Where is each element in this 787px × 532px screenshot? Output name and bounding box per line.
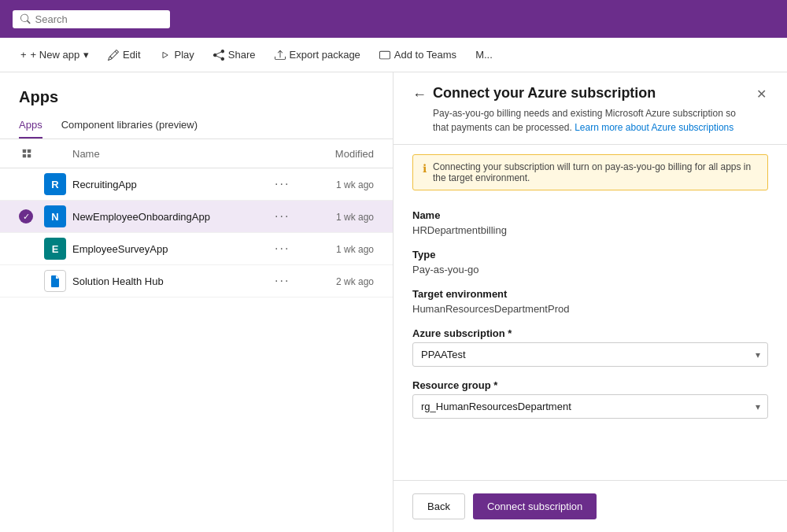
azure-sub-select-wrapper: PPAATest AzureSubscription1 ▾ (412, 342, 768, 367)
table-row[interactable]: ✓ N NewEmployeeOnboardingApp ··· 1 wk ag… (0, 201, 393, 233)
app-name-4: Solution Health Hub (72, 275, 164, 287)
close-button[interactable]: ✕ (755, 85, 768, 103)
add-to-teams-button[interactable]: Add to Teams (371, 45, 464, 65)
warning-icon: ℹ (423, 162, 427, 175)
panel-header: ← Connect your Azure subscription Pay-as… (394, 72, 787, 145)
header-check (19, 146, 44, 161)
header-modified: Modified (303, 148, 374, 160)
row-icon-2: N (44, 205, 72, 227)
field-type: Type Pay-as-you-go (412, 249, 768, 275)
top-bar (0, 0, 787, 38)
share-label: Share (228, 49, 256, 61)
svg-rect-0 (23, 150, 26, 153)
field-target-env: Target environment HumanResourcesDepartm… (412, 288, 768, 315)
learn-more-link[interactable]: Learn more about Azure subscriptions (575, 122, 733, 133)
type-label: Type (412, 249, 768, 260)
edit-button[interactable]: Edit (100, 45, 148, 65)
panel-subtitle: Pay-as-you-go billing needs and existing… (433, 106, 748, 135)
play-label: Play (175, 49, 194, 61)
name-value: HRDepartmentbilling (412, 224, 768, 236)
resource-group-select-wrapper: rg_HumanResourcesDepartment rg_Default ▾ (412, 394, 768, 419)
modified-4: 2 wk ago (336, 276, 374, 287)
app-icon-survey: E (44, 238, 66, 260)
tab-apps[interactable]: Apps (19, 113, 42, 139)
target-env-label: Target environment (412, 288, 768, 300)
play-button[interactable]: Play (152, 45, 202, 65)
panel-header-content: Connect your Azure subscription Pay-as-y… (433, 85, 748, 135)
modified-3: 1 wk ago (336, 244, 374, 255)
warning-banner: ℹ Connecting your subscription will turn… (412, 154, 768, 190)
edit-label: Edit (123, 49, 140, 61)
main-layout: Apps Apps Component libraries (preview) (0, 72, 787, 532)
name-label: Name (412, 209, 768, 221)
new-app-button[interactable]: + + New app ▾ (13, 45, 97, 65)
plus-icon: + (20, 49, 27, 61)
table-row[interactable]: E EmployeeSurveyApp ··· 1 wk ago (0, 233, 393, 265)
share-icon (213, 50, 224, 61)
search-input[interactable] (35, 13, 162, 25)
left-panel: Apps Apps Component libraries (preview) (0, 72, 394, 532)
azure-sub-label: Azure subscription * (412, 327, 768, 339)
more-dots-2[interactable]: ··· (272, 208, 293, 224)
more-button[interactable]: M... (467, 45, 501, 65)
table-row[interactable]: R RecruitingApp ··· 1 wk ago (0, 168, 393, 201)
row-icon-1: R (44, 173, 72, 195)
header-name: Name (72, 148, 272, 160)
field-azure-sub: Azure subscription * PPAATest AzureSubsc… (412, 327, 768, 367)
back-arrow-icon[interactable]: ← (412, 87, 427, 103)
panel-body: Name HRDepartmentbilling Type Pay-as-you… (394, 200, 787, 441)
azure-sub-select[interactable]: PPAATest AzureSubscription1 (412, 342, 768, 367)
tabs-bar: Apps Component libraries (preview) (0, 113, 393, 139)
more-dots-3[interactable]: ··· (272, 240, 293, 257)
resource-group-label: Resource group * (412, 379, 768, 391)
page-title: Apps (0, 72, 393, 113)
svg-rect-2 (23, 154, 26, 157)
field-resource-group: Resource group * rg_HumanResourcesDepart… (412, 379, 768, 419)
target-env-value: HumanResourcesDepartmentProd (412, 303, 768, 315)
more-dots-1[interactable]: ··· (272, 175, 293, 192)
dropdown-arrow: ▾ (83, 49, 89, 61)
modified-1: 1 wk ago (336, 179, 374, 190)
more-label: M... (475, 49, 493, 61)
panel-footer: Back Connect subscription (394, 480, 787, 532)
row-check-2: ✓ (19, 209, 44, 224)
row-icon-3: E (44, 238, 72, 260)
row-icon-4 (44, 270, 72, 292)
svg-rect-1 (28, 150, 31, 153)
share-button[interactable]: Share (205, 45, 264, 65)
back-button[interactable]: Back (412, 493, 465, 519)
new-app-label: + New app (31, 49, 80, 61)
more-dots-4[interactable]: ··· (272, 272, 293, 289)
search-box[interactable] (13, 10, 170, 28)
field-name: Name HRDepartmentbilling (412, 209, 768, 236)
panel-title: Connect your Azure subscription (433, 85, 748, 102)
edit-icon (108, 50, 119, 61)
teams-icon (379, 50, 390, 61)
side-panel: ← Connect your Azure subscription Pay-as… (394, 72, 787, 532)
modified-2: 1 wk ago (336, 212, 374, 223)
app-name-3: EmployeeSurveyApp (72, 243, 168, 255)
search-icon (20, 13, 31, 24)
app-name-1: RecruitingApp (72, 179, 137, 190)
app-icon-recruiting: R (44, 173, 66, 195)
warning-text: Connecting your subscription will turn o… (433, 161, 758, 183)
action-bar: + + New app ▾ Edit Play Share Export pac… (0, 38, 787, 72)
resource-group-select[interactable]: rg_HumanResourcesDepartment rg_Default (412, 394, 768, 419)
app-name-2: NewEmployeeOnboardingApp (72, 211, 210, 223)
tab-component-libraries[interactable]: Component libraries (preview) (61, 113, 198, 139)
play-icon (160, 50, 171, 61)
connect-subscription-button[interactable]: Connect subscription (473, 493, 597, 519)
export-icon (275, 50, 286, 61)
export-package-button[interactable]: Export package (267, 45, 368, 65)
check-circle-2: ✓ (19, 209, 33, 224)
table-header: Name Modified (0, 139, 393, 168)
app-icon-onboarding: N (44, 205, 66, 227)
apps-table: Name Modified R RecruitingApp ··· 1 wk a… (0, 139, 393, 532)
table-row[interactable]: Solution Health Hub ··· 2 wk ago (0, 265, 393, 297)
add-to-teams-label: Add to Teams (394, 49, 456, 61)
export-package-label: Export package (290, 49, 360, 61)
sort-icon (21, 148, 32, 159)
svg-rect-3 (28, 154, 31, 157)
app-icon-hub (44, 270, 66, 292)
type-value: Pay-as-you-go (412, 264, 768, 275)
